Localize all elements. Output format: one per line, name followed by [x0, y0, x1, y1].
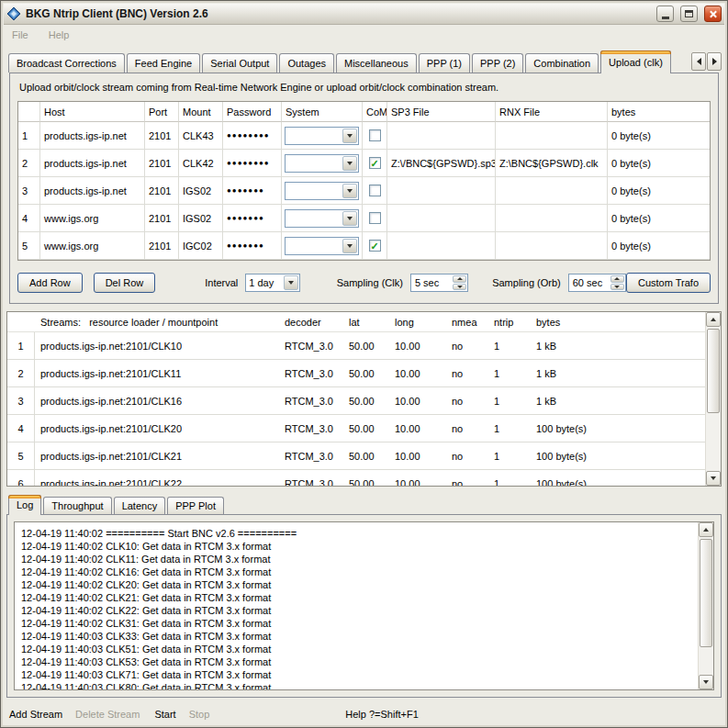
- sp3-cell[interactable]: [387, 232, 496, 260]
- close-button[interactable]: [704, 6, 722, 22]
- combobox-dropdown-button[interactable]: [342, 239, 357, 253]
- tab-latency[interactable]: Latency: [114, 497, 166, 514]
- minimize-button[interactable]: [656, 6, 674, 22]
- sp3-cell[interactable]: Z:\/BNC${GPSWD}.sp3: [387, 150, 496, 177]
- port-cell[interactable]: 2101: [145, 205, 179, 232]
- system-combobox[interactable]: [285, 237, 359, 255]
- tab-upload-clk[interactable]: Upload (clk): [600, 50, 671, 73]
- host-cell[interactable]: products.igs-ip.net: [40, 177, 145, 205]
- spin-down-button[interactable]: [453, 284, 466, 291]
- tab-feed-engine[interactable]: Feed Engine: [127, 53, 200, 73]
- tab-miscellaneous[interactable]: Miscellaneous: [336, 53, 417, 73]
- port-cell[interactable]: 2101: [145, 177, 179, 205]
- password-cell[interactable]: ●●●●●●●●: [223, 122, 282, 150]
- password-cell[interactable]: ●●●●●●●: [223, 205, 282, 232]
- streams-scrollbar[interactable]: [705, 312, 721, 486]
- sampling-orb-spinbox[interactable]: 60 sec: [568, 274, 626, 292]
- sp3-cell[interactable]: [387, 177, 496, 205]
- add-row-button[interactable]: Add Row: [17, 273, 83, 293]
- host-cell[interactable]: www.igs.org: [40, 232, 145, 260]
- scroll-down-button[interactable]: [699, 675, 713, 689]
- system-combobox[interactable]: [285, 127, 359, 145]
- system-combobox[interactable]: [285, 154, 359, 173]
- host-cell[interactable]: www.igs.org: [40, 205, 145, 232]
- spin-up-button[interactable]: [610, 275, 624, 283]
- tab-broadcast-corrections[interactable]: Broadcast Corrections: [8, 53, 125, 73]
- password-cell[interactable]: ●●●●●●●: [223, 232, 282, 260]
- tab-scroll-right-button[interactable]: [707, 52, 722, 71]
- stream-row[interactable]: 5 products.igs-ip.net:2101/CLK21 RTCM_3.…: [7, 442, 705, 470]
- spin-down-button[interactable]: [610, 284, 624, 291]
- bytes-cell: 0 byte(s): [608, 150, 710, 177]
- password-cell[interactable]: ●●●●●●●●: [223, 150, 282, 177]
- del-row-button[interactable]: Del Row: [94, 273, 156, 293]
- stream-row[interactable]: 4 products.igs-ip.net:2101/CLK20 RTCM_3.…: [7, 415, 705, 442]
- host-cell[interactable]: products.igs-ip.net: [40, 150, 145, 177]
- scroll-up-button[interactable]: [699, 522, 713, 537]
- combobox-dropdown-button[interactable]: [342, 211, 357, 226]
- stream-row[interactable]: 6 products.igs-ip.net:2101/CLK22 RTCM_3.…: [7, 470, 705, 487]
- log-scrollbar[interactable]: [698, 522, 713, 689]
- scroll-down-button[interactable]: [706, 471, 721, 486]
- combobox-dropdown-button[interactable]: [284, 275, 298, 290]
- tab-log[interactable]: Log: [8, 495, 41, 515]
- combobox-value: [286, 210, 342, 227]
- status-bar: Add Stream Delete Stream Start Stop Help…: [4, 704, 724, 724]
- mount-cell[interactable]: IGS02: [179, 177, 223, 205]
- scroll-thumb[interactable]: [707, 329, 720, 413]
- rnx-cell[interactable]: [496, 122, 608, 150]
- spin-up-button[interactable]: [453, 275, 466, 283]
- header-rnx-file: RNX File: [496, 102, 608, 122]
- combobox-dropdown-button[interactable]: [342, 184, 357, 198]
- maximize-button[interactable]: [680, 6, 698, 22]
- scroll-track[interactable]: [699, 537, 713, 675]
- tab-ppp-plot[interactable]: PPP Plot: [167, 497, 224, 514]
- tab-scroll-left-button[interactable]: [691, 52, 706, 71]
- add-stream-action[interactable]: Add Stream: [9, 709, 62, 720]
- tab-throughput[interactable]: Throughput: [43, 497, 111, 514]
- scroll-up-button[interactable]: [706, 312, 721, 327]
- com-checkbox[interactable]: [369, 212, 381, 224]
- tab-combination[interactable]: Combination: [525, 53, 599, 73]
- rnx-cell[interactable]: [496, 232, 608, 260]
- custom-trafo-button[interactable]: Custom Trafo: [626, 273, 711, 293]
- com-checkbox[interactable]: [369, 185, 381, 196]
- rnx-cell[interactable]: Z:\BNC${GPSWD}.clk: [496, 150, 608, 177]
- port-cell[interactable]: 2101: [145, 122, 179, 150]
- menu-help[interactable]: Help: [49, 29, 70, 40]
- sp3-cell[interactable]: [387, 122, 496, 150]
- password-cell[interactable]: ●●●●●●●: [223, 177, 282, 205]
- tab-ppp-2[interactable]: PPP (2): [472, 53, 523, 73]
- system-combobox[interactable]: [285, 209, 359, 228]
- system-combobox[interactable]: [285, 182, 359, 200]
- mount-cell[interactable]: IGC02: [179, 232, 223, 260]
- host-cell[interactable]: products.igs-ip.net: [40, 122, 145, 150]
- stream-row[interactable]: 2 products.igs-ip.net:2101/CLK11 RTCM_3.…: [7, 360, 705, 387]
- com-checkbox[interactable]: ✓: [369, 240, 381, 252]
- stream-row[interactable]: 3 products.igs-ip.net:2101/CLK16 RTCM_3.…: [7, 387, 705, 415]
- scroll-thumb[interactable]: [700, 539, 712, 647]
- port-cell[interactable]: 2101: [145, 232, 179, 260]
- port-cell[interactable]: 2101: [145, 150, 179, 177]
- title-bar[interactable]: BKG Ntrip Client (BNC) Version 2.6: [4, 4, 724, 25]
- rnx-cell[interactable]: [496, 205, 608, 232]
- menu-file[interactable]: File: [12, 29, 28, 40]
- combobox-dropdown-button[interactable]: [342, 156, 357, 171]
- mount-cell[interactable]: CLK42: [179, 150, 223, 177]
- sp3-cell[interactable]: [387, 205, 496, 232]
- mount-cell[interactable]: CLK43: [179, 122, 223, 150]
- tab-serial-output[interactable]: Serial Output: [202, 53, 277, 73]
- rnx-cell[interactable]: [496, 177, 608, 205]
- combobox-dropdown-button[interactable]: [342, 129, 357, 143]
- decoder-cell: RTCM_3.0: [279, 396, 343, 407]
- start-action[interactable]: Start: [154, 709, 175, 720]
- stream-row[interactable]: 1 products.igs-ip.net:2101/CLK10 RTCM_3.…: [7, 332, 705, 360]
- tab-outages[interactable]: Outages: [279, 53, 334, 73]
- com-checkbox[interactable]: ✓: [369, 157, 381, 169]
- interval-combobox[interactable]: 1 day: [245, 274, 299, 292]
- scroll-track[interactable]: [706, 327, 721, 471]
- sampling-clk-spinbox[interactable]: 5 sec: [410, 274, 468, 292]
- mount-cell[interactable]: IGS02: [179, 205, 223, 232]
- com-checkbox[interactable]: [369, 129, 381, 141]
- tab-ppp-1[interactable]: PPP (1): [419, 53, 470, 73]
